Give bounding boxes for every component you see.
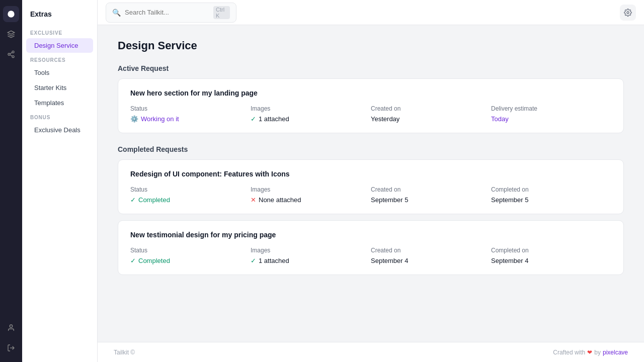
user-icon[interactable] (3, 320, 19, 336)
completed-1-created-field: Created on September 4 (371, 247, 491, 264)
active-request-images-label: Images (251, 105, 371, 112)
sidebar: Extras EXCLUSIVE Design Service RESOURCE… (22, 0, 98, 362)
completed-1-status-value: ✓ Completed (130, 257, 251, 264)
completed-0-status-field: Status ✓ Completed (130, 186, 251, 204)
completed-request-card-0: Redesign of UI component: Features with … (118, 159, 624, 214)
sidebar-item-templates[interactable]: Templates (26, 96, 93, 110)
svg-point-3 (12, 56, 14, 58)
svg-point-8 (627, 12, 629, 14)
completed-1-images-label: Images (251, 247, 371, 254)
check-icon: ✓ (251, 115, 256, 123)
x-icon-0: ✕ (251, 196, 256, 204)
active-request-section: Active Request New hero section for my l… (118, 64, 624, 133)
active-request-fields: Status ⚙️ Working on it Images ✓ 1 attac… (130, 105, 611, 123)
completed-request-0-fields: Status ✓ Completed Images ✕ None attache… (130, 186, 611, 204)
completed-0-created-field: Created on September 5 (371, 186, 491, 204)
completed-1-completed-label: Completed on (491, 247, 611, 254)
active-request-title: New hero section for my landing page (130, 89, 611, 97)
footer-right: Crafted with ❤ by pixelcave (553, 349, 628, 356)
svg-line-4 (10, 55, 13, 56)
footer-left: Tailkit © (114, 349, 135, 356)
completed-1-created-label: Created on (371, 247, 491, 254)
sidebar-item-exclusive-deals[interactable]: Exclusive Deals (26, 123, 93, 137)
active-request-images-value: ✓ 1 attached (251, 115, 371, 123)
completed-1-status-label: Status (130, 247, 251, 254)
logout-icon[interactable] (3, 340, 19, 356)
completed-0-images-field: Images ✕ None attached (251, 186, 371, 204)
active-request-created-value: Yesterday (371, 115, 491, 123)
check-icon-1-img: ✓ (251, 257, 256, 264)
completed-requests-section-title: Completed Requests (118, 145, 624, 153)
search-input[interactable] (125, 9, 209, 16)
completed-0-status-value: ✓ Completed (130, 196, 251, 204)
active-request-created-label: Created on (371, 105, 491, 112)
active-request-images-field: Images ✓ 1 attached (251, 105, 371, 123)
topbar: 🔍 Ctrl K (98, 0, 644, 25)
heart-icon: ❤ (587, 349, 592, 356)
sidebar-section-exclusive-label: EXCLUSIVE (22, 26, 97, 38)
completed-1-images-field: Images ✓ 1 attached (251, 247, 371, 264)
completed-request-1-fields: Status ✓ Completed Images ✓ 1 attached (130, 247, 611, 264)
footer-crafted: Crafted with (553, 349, 585, 356)
completed-request-1-title: New testimonial design for my pricing pa… (130, 231, 611, 239)
footer-by: by (594, 349, 601, 356)
search-icon: 🔍 (112, 9, 121, 17)
search-shortcut: Ctrl K (213, 6, 230, 19)
working-icon: ⚙️ (130, 115, 138, 123)
svg-point-1 (12, 51, 14, 53)
check-icon-0: ✓ (130, 196, 136, 204)
sidebar-header: Extras (22, 8, 97, 26)
completed-1-completed-value: September 4 (491, 257, 611, 264)
content-area: Design Service Active Request New hero s… (98, 25, 644, 342)
active-request-status-label: Status (130, 105, 251, 112)
active-request-delivery-field: Delivery estimate Today (491, 105, 611, 123)
home-icon[interactable] (3, 6, 19, 22)
completed-0-completed-value: September 5 (491, 196, 611, 204)
svg-line-5 (10, 52, 13, 54)
icon-rail (0, 0, 22, 362)
completed-1-status-field: Status ✓ Completed (130, 247, 251, 264)
completed-0-status-label: Status (130, 186, 251, 193)
svg-point-6 (10, 325, 12, 327)
sidebar-item-starter-kits[interactable]: Starter Kits (26, 80, 93, 95)
sidebar-section-resources: RESOURCES Tools Starter Kits Templates (22, 53, 97, 111)
sidebar-item-tools[interactable]: Tools (26, 65, 93, 80)
completed-requests-section: Completed Requests Redesign of UI compon… (118, 145, 624, 275)
completed-0-completed-field: Completed on September 5 (491, 186, 611, 204)
bottom-icons (3, 320, 19, 356)
sidebar-item-design-service[interactable]: Design Service (26, 38, 93, 53)
completed-0-images-value: ✕ None attached (251, 196, 371, 204)
footer-brand[interactable]: pixelcave (603, 349, 628, 356)
active-request-delivery-label: Delivery estimate (491, 105, 611, 112)
check-icon-1: ✓ (130, 257, 136, 264)
topbar-right (620, 5, 636, 21)
sidebar-section-bonus: BONUS Exclusive Deals (22, 111, 97, 138)
settings-button[interactable] (620, 5, 636, 21)
completed-0-images-label: Images (251, 186, 371, 193)
share-icon[interactable] (3, 46, 19, 62)
active-request-delivery-value: Today (491, 115, 611, 123)
active-request-created-field: Created on Yesterday (371, 105, 491, 123)
completed-request-card-1: New testimonial design for my pricing pa… (118, 220, 624, 275)
completed-1-created-value: September 4 (371, 257, 491, 264)
sidebar-section-exclusive: EXCLUSIVE Design Service (22, 26, 97, 53)
completed-0-created-label: Created on (371, 186, 491, 193)
completed-1-images-value: ✓ 1 attached (251, 257, 371, 264)
active-request-card: New hero section for my landing page Sta… (118, 78, 624, 133)
main-area: 🔍 Ctrl K Design Service Active Request N… (98, 0, 644, 362)
completed-0-completed-label: Completed on (491, 186, 611, 193)
footer: Tailkit © Crafted with ❤ by pixelcave (98, 342, 644, 362)
svg-point-2 (8, 53, 10, 55)
page-title: Design Service (118, 39, 624, 52)
active-request-status-value: ⚙️ Working on it (130, 115, 251, 123)
active-request-status-field: Status ⚙️ Working on it (130, 105, 251, 123)
completed-request-0-title: Redesign of UI component: Features with … (130, 170, 611, 178)
active-request-section-title: Active Request (118, 64, 624, 72)
completed-0-created-value: September 5 (371, 196, 491, 204)
puzzle-icon[interactable] (3, 26, 19, 42)
completed-1-completed-field: Completed on September 4 (491, 247, 611, 264)
sidebar-section-resources-label: RESOURCES (22, 53, 97, 65)
svg-point-0 (8, 11, 14, 17)
sidebar-section-bonus-label: BONUS (22, 111, 97, 122)
search-box[interactable]: 🔍 Ctrl K (106, 3, 236, 23)
